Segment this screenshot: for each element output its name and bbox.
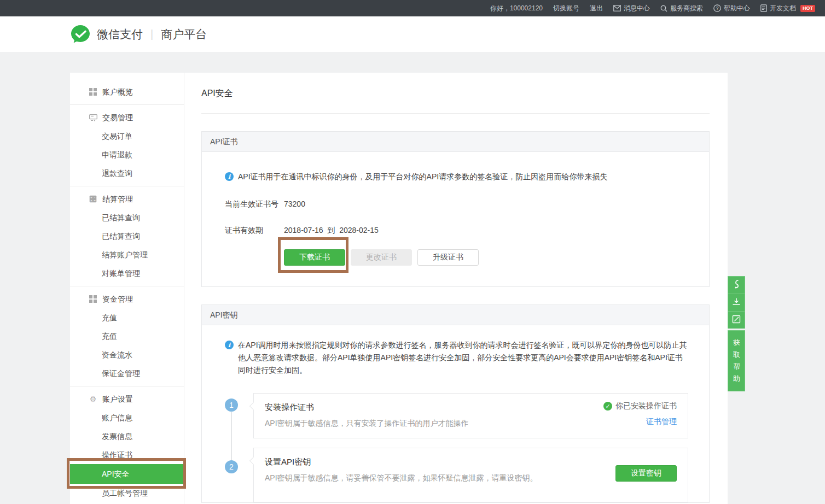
floating-help-bar: 获取帮助 (728, 276, 745, 391)
cert-info-row: i API证书用于在通讯中标识你的身份，及用于平台对你的API请求参数的签名验证… (225, 171, 688, 183)
question-circle-icon: ? (713, 4, 721, 12)
step-1-badge: 1 (225, 398, 238, 412)
help-center-link[interactable]: ? 帮助中心 (713, 4, 750, 13)
api-cert-section-title: API证书 (202, 132, 709, 152)
sidebar-item-settlement-account-management[interactable]: 结算账户管理 (70, 245, 184, 264)
sidebar-item-settled-query-2[interactable]: 已结算查询 (70, 227, 184, 245)
sidebar-item-refund-query[interactable]: 退款查询 (70, 164, 184, 183)
search-icon (660, 5, 667, 12)
cert-management-link[interactable]: 证书管理 (646, 417, 677, 427)
card-notch (249, 402, 257, 410)
download-button[interactable] (728, 294, 745, 311)
sidebar-item-recharge-2[interactable]: 充值 (70, 327, 184, 345)
check-circle-icon: ✓ (603, 402, 612, 411)
cert-info-text: API证书用于在通讯中标识你的身份，及用于平台对你的API请求参数的签名验证，防… (238, 171, 607, 183)
service-button[interactable] (728, 276, 745, 294)
sidebar-item-operation-certificate[interactable]: 操作证书 (70, 446, 184, 464)
sidebar-separator (70, 386, 184, 386)
svg-text:×: × (90, 199, 92, 202)
api-cert-section-body: i API证书用于在通讯中标识你的身份，及用于平台对你的API请求参数的签名验证… (202, 152, 709, 286)
sidebar-separator (70, 286, 184, 286)
svg-text:?: ? (716, 5, 719, 11)
gear-icon: ⚙ (89, 390, 97, 408)
sidebar: 账户概览 交易管理 交易订单 申请退款 退款查询 (70, 73, 184, 504)
page-canvas: 账户概览 交易管理 交易订单 申请退款 退款查询 (0, 52, 825, 504)
sidebar-item-account-settings[interactable]: ⚙ 账户设置 (70, 390, 184, 408)
api-key-section: API密钥 i 在API调用时用来按照指定规则对你的请求参数进行签名，服务器收到… (201, 304, 710, 503)
transaction-icon (89, 114, 97, 121)
calculator-icon: + - × = (89, 195, 97, 203)
key-info-row: i 在API调用时用来按照指定规则对你的请求参数进行签名，服务器收到你的请求时会… (225, 339, 688, 377)
step-2-badge: 2 (225, 460, 238, 473)
cert-validity-label: 证书有效期 (225, 225, 284, 236)
key-info-text: 在API调用时用来按照指定规则对你的请求参数进行签名，服务器收到你的请求时会进行… (238, 339, 688, 377)
content-panel: 账户概览 交易管理 交易订单 申请退款 退款查询 (70, 73, 728, 504)
grid-icon (89, 295, 97, 303)
sidebar-item-transaction-management[interactable]: 交易管理 (70, 108, 184, 127)
get-help-button[interactable]: 获取帮助 (728, 330, 745, 391)
cert-number-value: 73200 (284, 198, 305, 209)
upgrade-cert-button[interactable]: 升级证书 (417, 249, 479, 266)
set-key-button[interactable]: 设置密钥 (615, 465, 677, 482)
wechat-pay-logo-icon (70, 24, 91, 45)
api-key-section-title: API密钥 (202, 305, 709, 325)
install-cert-status: ✓ 你已安装操作证书 (603, 401, 677, 411)
sidebar-item-trade-orders[interactable]: 交易订单 (70, 127, 184, 145)
sidebar-item-settlement-management[interactable]: + - × = 结算管理 (70, 190, 184, 208)
sidebar-item-account-overview[interactable]: 账户概览 (70, 83, 184, 101)
brand-divider: | (150, 28, 153, 40)
sidebar-item-recharge-1[interactable]: 充值 (70, 308, 184, 327)
sidebar-item-staff-account-management[interactable]: 员工帐号管理 (70, 484, 184, 502)
svg-text:=: = (94, 199, 96, 202)
info-icon: i (225, 172, 234, 181)
sidebar-item-funds-management[interactable]: 资金管理 (70, 290, 184, 308)
install-cert-status-area: ✓ 你已安装操作证书 证书管理 (603, 401, 677, 427)
sidebar-item-api-security[interactable]: API安全 (70, 464, 184, 484)
install-cert-status-text: 你已安装操作证书 (615, 401, 677, 411)
sidebar-item-account-info[interactable]: 账户信息 (70, 408, 184, 427)
cert-number-label: 当前生效证书号 (225, 198, 284, 209)
sidebar-item-refund-apply[interactable]: 申请退款 (70, 145, 184, 164)
main-content: API安全 API证书 i API证书用于在通讯中标识你的身份，及用于平台对你的… (184, 73, 728, 504)
page-title: API安全 (201, 73, 710, 114)
api-key-section-body: i 在API调用时用来按照指定规则对你的请求参数进行签名，服务器收到你的请求时会… (202, 325, 709, 502)
cert-number-row: 当前生效证书号 73200 (225, 198, 688, 209)
cert-buttons-row: 下载证书 更改证书 升级证书 (225, 249, 688, 266)
grid-icon (89, 88, 97, 96)
install-cert-card: 安装操作证书 API密钥属于敏感信息，只有安装了操作证书的用户才能操作 ✓ 你已… (253, 393, 688, 438)
set-api-key-title: 设置API密钥 (265, 457, 677, 467)
topbar: 你好，100002120 切换账号 退出 消息中心 服务商搜索 ? 帮助中心 (0, 0, 825, 16)
download-cert-button[interactable]: 下载证书 (284, 249, 345, 266)
sidebar-item-settled-query-1[interactable]: 已结算查询 (70, 208, 184, 227)
header: 微信支付 | 商户平台 (0, 16, 825, 52)
message-center-link[interactable]: 消息中心 (613, 4, 650, 13)
api-key-steps: 1 2 安装操作证书 API密钥属于敏感信息，只有安装了操作证书的用户才能操作 … (225, 393, 688, 502)
service-icon (732, 279, 741, 291)
sidebar-item-deposit-management[interactable]: 保证金管理 (70, 364, 184, 383)
info-icon: i (225, 341, 234, 349)
user-greeting: 你好，100002120 (490, 4, 543, 13)
envelope-icon (613, 5, 621, 11)
api-cert-section: API证书 i API证书用于在通讯中标识你的身份，及用于平台对你的API请求参… (201, 131, 710, 287)
sidebar-separator (70, 186, 184, 186)
edit-icon (732, 315, 741, 326)
sidebar-item-statement-management[interactable]: 对账单管理 (70, 264, 184, 283)
step-connector-line (231, 412, 232, 460)
document-icon (760, 4, 767, 12)
sp-search-link[interactable]: 服务商搜索 (660, 4, 703, 13)
hot-badge: HOT (800, 5, 815, 12)
cert-validity-value: 2018-07-16 到 2028-02-15 (284, 225, 379, 236)
portal-name: 商户平台 (161, 27, 207, 42)
sidebar-item-funds-flow[interactable]: 资金流水 (70, 345, 184, 364)
brand-name: 微信支付 (97, 27, 143, 42)
logout-link[interactable]: 退出 (590, 4, 603, 13)
sidebar-item-invoice-info[interactable]: 发票信息 (70, 427, 184, 446)
brand: 微信支付 | 商户平台 (70, 24, 207, 45)
cert-validity-row: 证书有效期 2018-07-16 到 2028-02-15 (225, 225, 688, 236)
dev-docs-link[interactable]: 开发文档 HOT (760, 4, 815, 13)
switch-account-link[interactable]: 切换账号 (553, 4, 579, 13)
feedback-button[interactable] (728, 311, 745, 329)
set-api-key-card: 设置API密钥 API密钥属于敏感信息，请妥善保管不要泄露，如果怀疑信息泄露，请… (253, 448, 688, 502)
card-notch (249, 457, 257, 465)
change-cert-button[interactable]: 更改证书 (351, 249, 412, 266)
